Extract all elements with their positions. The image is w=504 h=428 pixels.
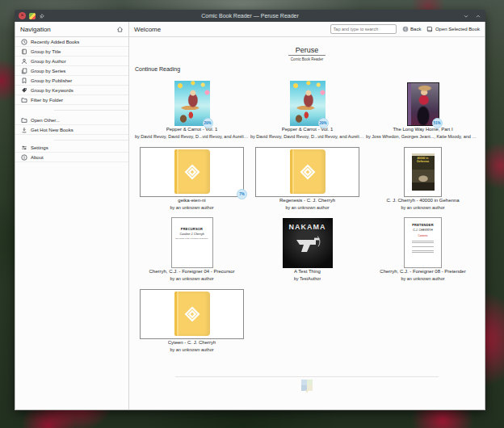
cover-wrap: 29% — [290, 81, 326, 126]
cover-wrap: 40000 in Gehenna — [404, 147, 442, 197]
peruse-logo-icon — [184, 164, 200, 180]
home-icon[interactable] — [116, 26, 124, 33]
cover-title-text: NAKAMA — [289, 223, 326, 231]
book-tile[interactable]: 29%Pepper & Carrot - Vol. 1by David Revo… — [250, 75, 365, 146]
sidebar-item-group-by-author[interactable]: Group by Author — [15, 57, 128, 66]
book-author: by an unknown author — [170, 346, 213, 353]
minimize-icon[interactable] — [463, 13, 469, 19]
book-cover-nakama: NAKAMA — [283, 218, 333, 268]
sidebar-item-label: Group by Series — [31, 69, 65, 73]
sidebar-item-label: Get Hot New Books — [31, 128, 74, 132]
cover-box: PRECURSORCaroline J. Cherryhthe fourth i… — [134, 217, 250, 268]
cover-wrap — [140, 289, 244, 339]
book-tile[interactable]: 29%Pepper & Carrot - Vol. 1by David Revo… — [134, 75, 250, 146]
open-selected-book-button[interactable]: Open Selected Book — [426, 26, 480, 33]
close-icon[interactable] — [19, 12, 26, 19]
book-cover-placeholder — [140, 147, 244, 197]
book-tile[interactable]: PRETENDERC.J. CHERRYHContentsCherryh, C.… — [365, 217, 481, 288]
settings-icon — [20, 145, 27, 151]
book-title: Regenesis - C. J. Cherryh — [279, 197, 335, 204]
progress-badge: 7% — [237, 189, 247, 199]
main-pane: Welcome Back Open Selected Book Peruse C… — [129, 22, 485, 409]
progress-badge: 29% — [203, 118, 213, 128]
book-author: by an unknown author — [401, 204, 444, 211]
book-tile[interactable]: 7%geika-eien-niby an unknown author — [134, 146, 250, 217]
back-button[interactable]: Back — [402, 26, 422, 33]
footer-divider — [175, 376, 438, 377]
cover-wrap: 7% — [140, 147, 244, 197]
book-icon — [20, 48, 27, 55]
book-tile[interactable]: 51%The Long Way Home, Part Iby Joss Whed… — [365, 75, 481, 146]
footer-area — [134, 376, 480, 391]
sidebar-item-group-by-series[interactable]: Group by Series — [15, 66, 128, 76]
pin-icon[interactable] — [39, 13, 45, 19]
sidebar-item-get-hot-new-books[interactable]: Get Hot New Books — [15, 125, 128, 135]
titlebar[interactable]: Comic Book Reader — Peruse Reader — [15, 10, 485, 22]
sidebar-title: Navigation — [20, 26, 51, 33]
book-tile[interactable]: NAKAMAA Test Thingby TestAuthor — [250, 217, 365, 288]
page-title: Welcome — [134, 26, 161, 33]
book-author: by an unknown author — [285, 204, 329, 211]
welcome-content: Peruse Comic Book Reader Continue Readin… — [129, 37, 485, 409]
cover-accent-text: Contents — [418, 234, 427, 237]
sidebar-item-label: Filter by Folder — [31, 98, 63, 103]
cover-wrap — [255, 147, 359, 197]
sidebar-item-group-by-keywords[interactable]: Group by Keywords — [15, 86, 128, 95]
maximize-icon[interactable] — [475, 13, 481, 19]
book-title: C. J. Cherryh - 40000 in Gehenna — [386, 197, 459, 204]
sidebar-footer-list: SettingsAbout — [15, 143, 128, 162]
sidebar-gap — [15, 105, 128, 115]
sidebar-item-settings[interactable]: Settings — [15, 143, 128, 153]
cover-line: PRECURSOR — [181, 227, 203, 231]
sidebar-item-label: Group by Author — [31, 59, 66, 64]
book-author: by an unknown author — [170, 204, 213, 211]
cover-text-lines — [412, 241, 434, 254]
cover-wrap: 51% — [407, 82, 439, 126]
cover-line: C.J. CHERRYH — [413, 229, 432, 232]
search-input[interactable] — [330, 24, 397, 34]
sidebar-gap — [15, 135, 128, 143]
book-cover-placeholder — [140, 289, 244, 339]
open-book-icon — [426, 26, 433, 33]
sidebar-main-list: Recently Added BooksGroup by TitleGroup … — [15, 37, 128, 105]
cover-box: 29% — [134, 75, 250, 126]
book-tile[interactable]: Regenesis - C. J. Cherryhby an unknown a… — [250, 146, 365, 217]
book-author: by an unknown author — [170, 275, 213, 282]
sidebar-item-filter-by-folder[interactable]: Filter by Folder — [15, 95, 128, 105]
placeholder-book — [174, 292, 210, 336]
book-title: geika-eien-ni — [178, 197, 205, 204]
sidebar-item-label: Group by Keywords — [31, 88, 74, 93]
book-cover-precursor: PRECURSORCaroline J. Cherryhthe fourth i… — [171, 217, 213, 268]
peruse-logo-icon — [184, 306, 200, 322]
sidebar-secondary-list: Open Other...Get Hot New Books — [15, 115, 128, 135]
section-title: Continue Reading — [135, 66, 480, 72]
book-author: by TestAuthor — [294, 275, 321, 282]
sidebar-item-group-by-publisher[interactable]: Group by Publisher — [15, 76, 128, 86]
sidebar-item-label: About — [31, 155, 44, 160]
desktop: { "window": { "title": "Comic Book Reade… — [0, 0, 504, 428]
book-grid: 29%Pepper & Carrot - Vol. 1by David Revo… — [134, 75, 480, 359]
book-author: by David Revoy, David Revoy, D...vid Rev… — [250, 133, 364, 140]
sidebar-item-about[interactable]: About — [15, 153, 128, 162]
cover-box — [134, 288, 250, 339]
peruse-logo-icon — [300, 164, 316, 180]
cover-box: NAKAMA — [250, 217, 365, 268]
book-title: Cherryh, C.J. - Foreigner 08 - Pretender — [380, 268, 465, 275]
hero-app-subtitle: Comic Book Reader — [134, 57, 480, 61]
book-tile[interactable]: PRECURSORCaroline J. Cherryhthe fourth i… — [134, 217, 250, 288]
book-title: The Long Way Home, Part I — [393, 126, 452, 133]
sidebar-item-label: Group by Title — [31, 49, 61, 54]
book-tile[interactable]: 40000 in GehennaC. J. Cherryh - 40000 in… — [365, 146, 481, 217]
book-tile[interactable]: Cyteen - C. J. Cherryhby an unknown auth… — [134, 288, 250, 359]
book-cover-pretender: PRETENDERC.J. CHERRYHContents — [404, 217, 442, 268]
book-author: by an unknown author — [401, 275, 444, 282]
sidebar-item-recently-added-books[interactable]: Recently Added Books — [15, 37, 128, 47]
series-icon — [20, 68, 27, 74]
download-icon — [20, 127, 27, 133]
person-icon — [20, 58, 27, 65]
folder-icon — [20, 97, 27, 103]
sidebar-item-label: Open Other... — [31, 118, 60, 123]
navigation-sidebar: Navigation Recently Added BooksGroup by … — [15, 22, 129, 409]
sidebar-item-group-by-title[interactable]: Group by Title — [15, 47, 128, 57]
sidebar-item-open-other[interactable]: Open Other... — [15, 115, 128, 125]
